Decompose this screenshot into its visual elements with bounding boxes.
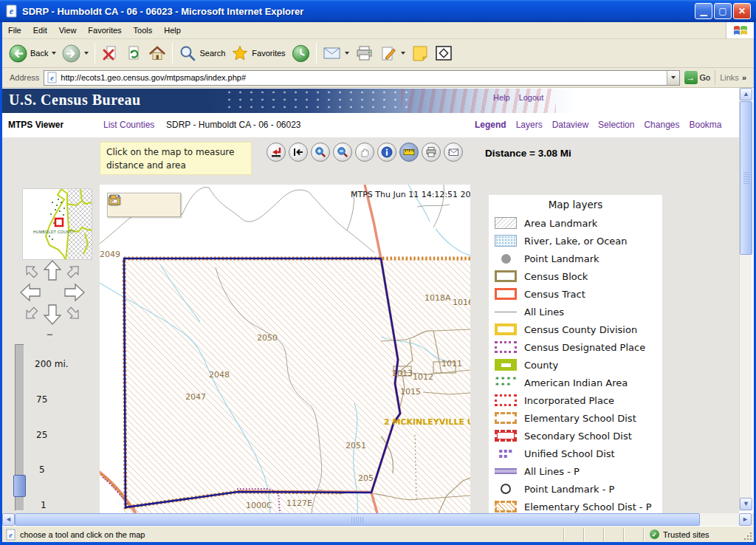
go-arrow-icon: → (684, 71, 698, 84)
pan-south-arrow (44, 305, 61, 324)
legend-label: Elementary School Dist (524, 413, 636, 424)
scroll-up-button[interactable]: ▲ (740, 88, 752, 100)
menu-item[interactable]: Favorites (82, 24, 127, 37)
refresh-button[interactable] (122, 41, 145, 65)
forward-button[interactable] (59, 41, 92, 65)
info-button[interactable] (377, 143, 396, 162)
previous-view-button[interactable] (289, 143, 308, 162)
edit-dropdown-icon[interactable] (401, 52, 405, 55)
print-icon (355, 45, 374, 62)
horizontal-scroll-thumb[interactable] (15, 513, 700, 526)
map-email-button[interactable] (444, 143, 463, 162)
current-selection-label: SDRP - Humboldt CA - 06 - 06023 (166, 120, 301, 130)
browser-window: e SDRP - Humboldt CA - 06 - 06023 - Micr… (0, 0, 756, 545)
menu-item[interactable]: Edit (27, 24, 53, 37)
map-label: 1011 (441, 359, 462, 369)
go-label: Go (700, 73, 711, 82)
window-title: SDRP - Humboldt CA - 06 - 06023 - Micros… (22, 6, 303, 17)
sticky-note-icon (411, 44, 429, 62)
logout-link[interactable]: Logout (519, 93, 544, 102)
legend-swatch (495, 288, 517, 300)
app-name: MTPS Viewer (8, 120, 63, 130)
legend-label: Census County Division (524, 324, 637, 335)
close-button[interactable]: ✕ (733, 3, 751, 19)
scale-slider-thumb[interactable] (13, 475, 26, 497)
info-icon (381, 146, 393, 158)
forward-icon (62, 44, 80, 63)
map-print-button[interactable] (422, 143, 441, 162)
address-dropdown-button[interactable] (667, 71, 679, 85)
vertical-scroll-thumb[interactable] (740, 101, 752, 255)
app-nav-links: LegendLayersDataviewSelectionChangesBook… (475, 120, 740, 130)
site-header: U.S. Census Bureau Help Logout (2, 89, 739, 113)
pan-east-arrow (65, 284, 84, 301)
pan-button[interactable] (355, 143, 374, 162)
pan-west-arrow (21, 284, 40, 301)
pan-arrow-pad[interactable] (20, 260, 85, 325)
map-label: 1013 (392, 369, 413, 378)
links-menu[interactable]: Links » (715, 70, 751, 85)
nav-link[interactable]: Dataview (552, 120, 588, 130)
address-input[interactable]: e http://ecots1.geo.census.gov/mtpsmaps/… (44, 70, 679, 86)
legend-row: County (489, 356, 662, 374)
list-counties-link[interactable]: List Counties (103, 120, 154, 130)
nav-link[interactable]: Bookma (689, 120, 721, 130)
map-label: 2048 (209, 370, 230, 380)
export-map-icon[interactable] (108, 193, 121, 207)
menu-item[interactable]: Help (158, 24, 187, 37)
resize-grip[interactable] (743, 531, 752, 541)
measure-button[interactable] (399, 143, 419, 162)
nav-link[interactable]: Legend (475, 120, 506, 130)
help-link[interactable]: Help (493, 93, 510, 102)
horizontal-scrollbar[interactable]: ◄ ► (2, 513, 752, 526)
search-button[interactable]: Search (176, 41, 228, 65)
page-content: U.S. Census Bureau Help Logout MTPS View… (2, 88, 754, 513)
pan-southwest-arrow (22, 305, 39, 322)
mail-button[interactable] (320, 41, 352, 65)
maximize-button[interactable]: ▢ (714, 3, 732, 19)
home-icon (148, 44, 166, 62)
back-dropdown-icon[interactable] (52, 52, 56, 55)
map-email-icon (447, 146, 459, 158)
address-bar: Address e http://ecots1.geo.census.gov/m… (2, 68, 754, 88)
minimize-button[interactable]: ▁ (695, 3, 712, 19)
map-viewport[interactable]: 204920502048204720512051018A101610111013… (100, 185, 470, 513)
scroll-down-button[interactable]: ▼ (740, 498, 752, 510)
scroll-left-button[interactable]: ◄ (2, 513, 15, 526)
nav-link[interactable]: Layers (516, 120, 543, 130)
history-button[interactable] (289, 41, 313, 65)
legend-swatch (495, 448, 517, 459)
vertical-scrollbar[interactable]: ▲ ▼ (739, 88, 752, 511)
stop-button[interactable] (98, 41, 122, 65)
title-bar[interactable]: e SDRP - Humboldt CA - 06 - 06023 - Micr… (0, 0, 756, 22)
zoom-out-tick: − (47, 328, 53, 340)
mail-dropdown-icon[interactable] (345, 52, 349, 55)
status-cell (563, 528, 583, 541)
messenger-button[interactable] (432, 41, 456, 65)
overview-map[interactable]: HUMBOLDT COUNTY (22, 188, 92, 260)
status-bar: e choose a tool and click on the map ✓ T… (2, 526, 754, 542)
zoom-out-button[interactable] (333, 143, 352, 162)
print-button[interactable] (352, 41, 377, 65)
legend-swatch (495, 468, 517, 474)
menu-item[interactable]: File (2, 24, 27, 37)
menu-item[interactable]: View (53, 24, 83, 37)
nav-link[interactable]: Selection (598, 120, 634, 130)
discuss-button[interactable] (408, 41, 432, 65)
go-button[interactable]: → Go (684, 71, 711, 84)
back-button[interactable]: Back (6, 41, 59, 65)
edit-icon (379, 45, 397, 62)
forward-dropdown-icon[interactable] (84, 52, 89, 55)
favorites-button[interactable]: Favorites (228, 41, 288, 65)
menu-item[interactable]: Tools (128, 24, 159, 37)
scroll-right-button[interactable]: ► (739, 513, 752, 526)
nav-link[interactable]: Changes (644, 120, 679, 130)
map-label: 1018A (425, 293, 451, 303)
initial-view-button[interactable] (267, 143, 286, 162)
home-button[interactable] (145, 41, 169, 65)
zoom-in-button[interactable] (311, 143, 330, 162)
status-cell (603, 528, 623, 541)
legend-row: All Lines - P (489, 462, 662, 480)
edit-button[interactable] (377, 41, 408, 65)
address-url: http://ecots1.geo.census.gov/mtpsmaps/in… (61, 73, 246, 82)
